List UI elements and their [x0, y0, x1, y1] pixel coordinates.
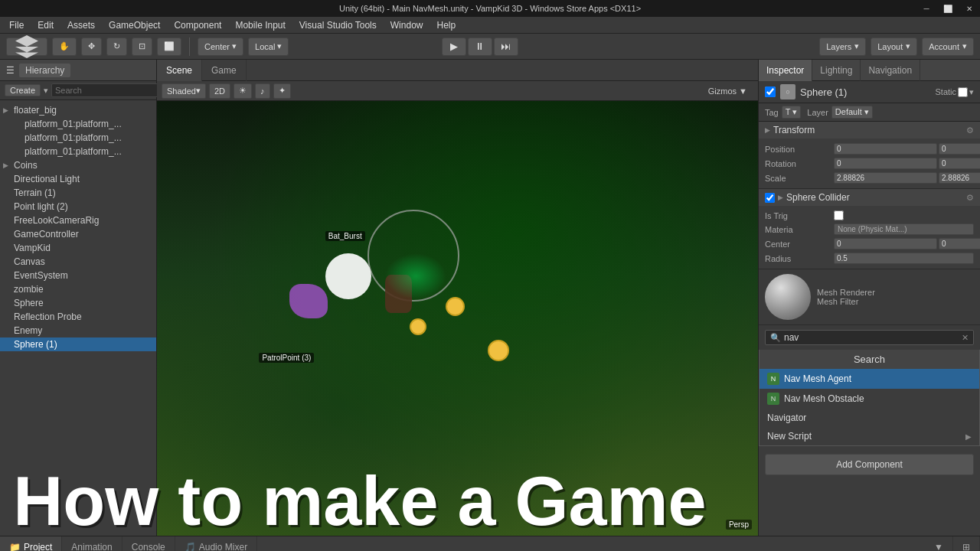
menu-help[interactable]: Help	[430, 18, 462, 32]
obj-active-checkbox[interactable]	[765, 86, 776, 97]
hierarchy-item[interactable]: GameController	[0, 227, 156, 241]
radius-field[interactable]	[834, 253, 974, 264]
gizmos-label[interactable]: Gizmos ▼	[708, 86, 747, 96]
nav-mesh-agent-item[interactable]: N Nav Mesh Agent	[760, 369, 979, 389]
audio-toggle[interactable]: ♪	[255, 83, 270, 99]
navigation-tab[interactable]: Navigation	[861, 60, 920, 81]
transform-settings[interactable]: ⚙	[966, 126, 974, 135]
hierarchy-item[interactable]: ▶floater_big	[0, 103, 156, 117]
hierarchy-item[interactable]: VampKid	[0, 241, 156, 255]
hand-tool[interactable]: ✋	[52, 37, 77, 56]
nav-mesh-obstacle-item[interactable]: N Nav Mesh Obstacle	[760, 389, 979, 409]
layers-dropdown[interactable]: Layers ▾	[819, 37, 866, 56]
menu-bar: File Edit Assets GameObject Component Mo…	[0, 17, 980, 34]
transform-header[interactable]: ▶ Transform ⚙	[759, 122, 980, 139]
collider-header[interactable]: ▶ Sphere Collider ⚙	[759, 189, 980, 206]
center-x[interactable]	[834, 238, 937, 249]
menu-window[interactable]: Window	[384, 18, 430, 32]
pos-x[interactable]	[834, 143, 937, 155]
rotate-tool[interactable]: ↻	[106, 37, 127, 56]
game-tab[interactable]: Game	[202, 60, 247, 81]
hierarchy-item[interactable]: Point light (2)	[0, 200, 156, 214]
rot-y[interactable]	[939, 158, 980, 169]
pause-button[interactable]: ⏸	[468, 37, 492, 56]
hierarchy-item[interactable]: Enemy	[0, 324, 156, 337]
inspector-tab[interactable]: Inspector	[759, 60, 812, 81]
center-toggle[interactable]: Center ▾	[198, 37, 243, 56]
hierarchy-item[interactable]: FreeLookCameraRig	[0, 214, 156, 227]
hierarchy-item[interactable]: platform_01:platform_...	[0, 145, 156, 158]
hierarchy-item[interactable]: zombie	[0, 282, 156, 296]
collapse-btn[interactable]: ▼	[925, 536, 953, 552]
static-checkbox[interactable]	[958, 87, 968, 97]
shaded-dropdown[interactable]: Shaded ▾	[162, 83, 206, 99]
menu-mobile-input[interactable]: Mobile Input	[229, 18, 291, 32]
lighting-toggle[interactable]: ☀	[234, 83, 252, 99]
menu-file[interactable]: File	[3, 18, 30, 32]
hierarchy-item[interactable]: platform_01:platform_...	[0, 117, 156, 131]
rotation-fields	[834, 158, 980, 169]
scale-y[interactable]	[939, 172, 980, 184]
add-component-button[interactable]: Add Component	[765, 454, 974, 475]
hierarchy-item[interactable]: Sphere (1)	[0, 337, 156, 351]
search-input[interactable]	[784, 332, 959, 343]
menu-edit[interactable]: Edit	[31, 18, 60, 32]
close-button[interactable]: ✕	[959, 0, 980, 17]
audio-mixer-tab[interactable]: 🎵 Audio Mixer	[175, 536, 257, 552]
menu-gameobject[interactable]: GameObject	[103, 18, 166, 32]
expand-btn[interactable]: ⊞	[953, 536, 980, 552]
hierarchy-item[interactable]: ▶Coins	[0, 158, 156, 172]
hierarchy-item[interactable]: Sphere	[0, 296, 156, 310]
unity-logo-btn[interactable]	[6, 37, 47, 56]
tag-value[interactable]: T ▾	[782, 106, 802, 119]
hierarchy-tab[interactable]: Hierarchy	[19, 64, 70, 77]
hierarchy-item[interactable]: Canvas	[0, 255, 156, 269]
local-toggle[interactable]: Local ▾	[248, 37, 289, 56]
console-tab[interactable]: Console	[122, 536, 175, 552]
is-trigger-checkbox[interactable]	[834, 210, 844, 220]
layout-dropdown[interactable]: Layout ▾	[871, 37, 917, 56]
navigator-item[interactable]: Navigator	[760, 409, 979, 427]
hierarchy-item[interactable]: EventSystem	[0, 269, 156, 282]
play-button[interactable]: ▶	[442, 37, 466, 56]
scene-tab[interactable]: Scene	[157, 60, 202, 81]
material-field[interactable]: None (Physic Mat...)	[834, 223, 974, 235]
collider-settings[interactable]: ⚙	[966, 193, 974, 203]
animation-tab[interactable]: Animation	[62, 536, 122, 552]
hierarchy-item[interactable]: Reflection Probe	[0, 310, 156, 324]
maximize-button[interactable]: ⬜	[937, 0, 959, 17]
scale-x[interactable]	[834, 172, 937, 184]
step-button[interactable]: ⏭	[494, 37, 518, 56]
menu-component[interactable]: Component	[168, 18, 227, 32]
minimize-button[interactable]: ─	[916, 0, 937, 17]
fx-toggle[interactable]: ✦	[273, 83, 291, 99]
2d-toggle[interactable]: 2D	[209, 83, 230, 99]
hierarchy-search[interactable]	[51, 83, 165, 97]
hierarchy-item[interactable]: platform_01:platform_...	[0, 131, 156, 145]
scene-view[interactable]: Bat_Burst PatrolPoint (3) Persp	[157, 101, 758, 536]
rotation-label: Rotation	[765, 159, 834, 168]
hierarchy-item[interactable]: Terrain (1)	[0, 186, 156, 200]
tree-item-label: Coins	[14, 160, 38, 171]
center-y[interactable]	[939, 238, 980, 249]
pos-y[interactable]	[939, 143, 980, 155]
hierarchy-create-btn[interactable]: Create	[5, 84, 41, 96]
collider-active[interactable]	[765, 193, 775, 203]
center-row: Center	[765, 236, 974, 251]
hierarchy-item[interactable]: Directional Light	[0, 172, 156, 186]
clear-search-icon[interactable]: ✕	[962, 333, 969, 343]
search-dropdown: Search N Nav Mesh Agent N Nav Mesh Obsta…	[759, 350, 980, 446]
project-tab[interactable]: 📁 Project	[0, 536, 62, 552]
account-dropdown[interactable]: Account ▾	[922, 37, 974, 56]
scale-tool[interactable]: ⊡	[132, 37, 152, 56]
lighting-tab[interactable]: Lighting	[812, 60, 861, 81]
menu-assets[interactable]: Assets	[61, 18, 101, 32]
layer-value[interactable]: Default ▾	[831, 106, 873, 119]
new-script-item[interactable]: New Script ▶	[760, 427, 979, 445]
rect-tool[interactable]: ⬜	[157, 37, 181, 56]
move-tool[interactable]: ✥	[81, 37, 102, 56]
material-row: Materia None (Physic Mat...)	[765, 222, 974, 236]
static-dropdown-icon[interactable]: ▾	[969, 87, 974, 97]
rot-x[interactable]	[834, 158, 937, 169]
menu-vs-tools[interactable]: Visual Studio Tools	[293, 18, 383, 32]
